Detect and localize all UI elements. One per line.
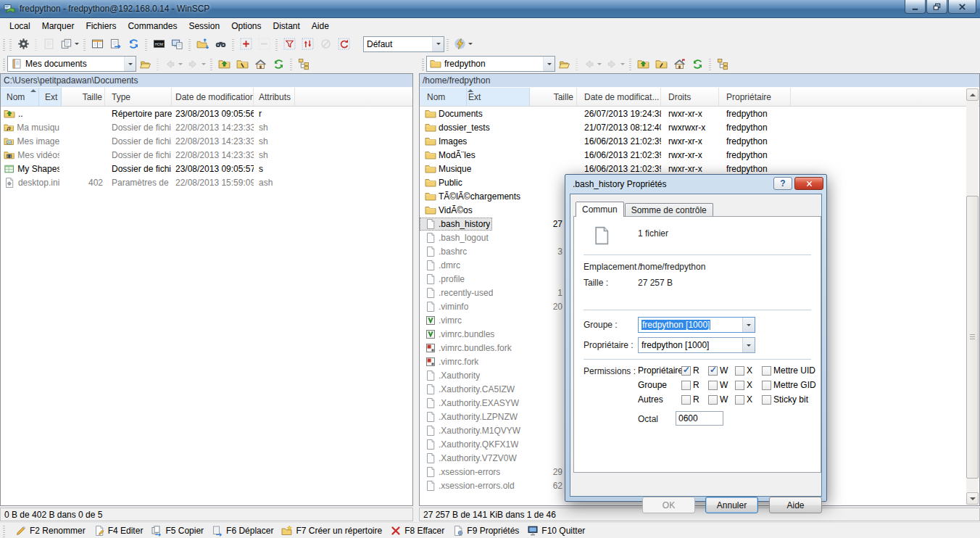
column-header[interactable]: Date de modification <box>172 88 254 106</box>
dossier_tests[interactable]: dossier_tests 21/07/2013 08:12:40 rwxrwx… <box>420 120 967 134</box>
menu-item[interactable]: Commandes <box>122 20 183 33</box>
column-header[interactable]: Propriétaire <box>719 88 791 106</box>
perm-special-checkbox[interactable] <box>762 395 771 405</box>
column-header[interactable]: Type <box>105 88 172 106</box>
remote-path-bar[interactable]: /home/fredpython <box>420 74 979 88</box>
menu-item[interactable]: Marquer <box>36 20 80 33</box>
remote-directory-select[interactable]: fredpython <box>426 56 555 72</box>
scroll-up-button[interactable] <box>966 88 979 101</box>
restore-button[interactable] <box>926 0 947 14</box>
perm-exec-checkbox[interactable] <box>735 381 744 390</box>
f8-delete-button[interactable]: F8 Effacer <box>390 525 444 537</box>
octal-input[interactable] <box>676 411 723 426</box>
f6-move-button[interactable]: F6 Déplacer <box>212 525 273 537</box>
menu-item[interactable]: Fichiers <box>80 20 122 33</box>
minimize-button[interactable] <box>905 0 926 14</box>
local-drive-select[interactable]: Mes documents <box>7 56 136 72</box>
clear-filter-button[interactable] <box>317 36 335 53</box>
duplicate-session-button[interactable] <box>58 36 81 53</box>
Images[interactable]: Images 16/06/2013 21:02:39 rwxr-xr-x fre… <box>420 134 967 148</box>
preferences-button[interactable] <box>14 36 33 53</box>
back-button[interactable] <box>581 55 604 73</box>
column-header[interactable]: Ext <box>467 88 530 106</box>
f5-copy-button[interactable]: F5 Copier <box>151 525 204 537</box>
sync-browsing-button[interactable] <box>299 36 317 53</box>
column-header[interactable]: Taille <box>530 88 577 106</box>
scroll-down-button[interactable] <box>966 492 979 505</box>
column-header[interactable]: Droits <box>661 88 719 106</box>
back-button[interactable] <box>162 55 185 73</box>
perm-write-checkbox[interactable] <box>708 395 718 405</box>
filter-button[interactable] <box>281 36 299 53</box>
console-button[interactable] <box>150 36 168 53</box>
close-button[interactable] <box>948 0 976 14</box>
column-header[interactable]: Ext <box>39 88 62 106</box>
select-files-button[interactable] <box>237 36 255 53</box>
column-header[interactable]: Taille <box>62 88 105 106</box>
chevron-down-icon[interactable] <box>742 318 755 332</box>
tree-button[interactable] <box>295 55 313 73</box>
My Shapes[interactable]: My Shapes Dossier de fichi... 23/08/2013… <box>1 162 412 175</box>
Mes images[interactable]: Mes images Dossier de fichi... 22/08/201… <box>1 134 412 148</box>
menu-item[interactable]: Aide <box>306 20 335 33</box>
find-files-button[interactable] <box>212 36 230 53</box>
perm-special-checkbox[interactable] <box>762 381 771 390</box>
vertical-scrollbar[interactable] <box>966 88 979 505</box>
forward-button[interactable] <box>185 55 208 73</box>
f2-rename-button[interactable]: F2 Renommer <box>15 525 86 537</box>
revert-selection-button[interactable] <box>335 36 353 53</box>
home-directory-button[interactable] <box>252 55 270 73</box>
root-directory-button[interactable] <box>233 55 252 73</box>
open-directory-button[interactable] <box>555 55 573 73</box>
f4-edit-button[interactable]: F4 Editer <box>94 525 144 537</box>
column-header[interactable]: Nom <box>420 88 467 106</box>
f10-quit-button[interactable]: F10 Quitter <box>527 525 585 537</box>
column-header[interactable]: Date de modificat... <box>577 88 661 106</box>
perm-write-checkbox[interactable] <box>708 381 718 390</box>
perm-read-checkbox[interactable] <box>681 395 691 405</box>
desktop.ini[interactable]: desktop.ini 402 Paramètres de ... 22/08/… <box>1 175 412 189</box>
transfer-settings-button[interactable] <box>107 36 125 53</box>
session-profile-select[interactable]: Défaut <box>363 36 444 52</box>
perm-read-checkbox[interactable] <box>681 366 691 376</box>
..[interactable]: .. Répertoire pare... 23/08/2013 09:05:5… <box>1 107 412 120</box>
local-path-bar[interactable]: C:\Users\petitpadawan\Documents <box>1 74 412 88</box>
column-header[interactable]: Attributs <box>254 88 295 106</box>
parent-directory-button[interactable] <box>215 55 233 73</box>
menu-item[interactable]: Local <box>4 20 36 33</box>
toolbar-grip[interactable] <box>3 38 5 51</box>
chevron-down-icon[interactable] <box>742 338 755 352</box>
session-log-button[interactable] <box>40 36 58 53</box>
menu-item[interactable]: Distant <box>267 20 305 33</box>
refresh-button[interactable] <box>125 36 143 53</box>
synchronize-button[interactable] <box>194 36 212 53</box>
owner-select[interactable]: fredpython [1000] <box>638 337 755 353</box>
menu-item[interactable]: Options <box>225 20 267 33</box>
perm-special-checkbox[interactable] <box>762 366 771 376</box>
dialog-tab[interactable]: Somme de contrôle <box>625 203 713 217</box>
Documents[interactable]: Documents 26/07/2013 19:24:38 rwxr-xr-x … <box>420 107 967 120</box>
chevron-down-icon[interactable] <box>432 37 444 51</box>
tree-button[interactable] <box>714 55 732 73</box>
commander-panes-button[interactable] <box>88 36 107 53</box>
chevron-down-icon[interactable] <box>543 57 555 71</box>
open-directory-button[interactable] <box>136 55 154 73</box>
group-select[interactable]: fredpython [1000] <box>638 317 755 333</box>
perm-write-checkbox[interactable] <box>708 366 718 376</box>
ModÃ¨les[interactable]: ModÃ¨les 16/06/2013 21:02:39 rwxr-xr-x f… <box>420 148 967 162</box>
connection-speed-button[interactable] <box>452 36 475 53</box>
scrollbar-thumb[interactable] <box>966 196 979 479</box>
unselect-files-button[interactable] <box>255 36 273 53</box>
refresh-panel-button[interactable] <box>689 55 707 73</box>
ok-button[interactable]: OK <box>642 497 695 513</box>
forward-button[interactable] <box>604 55 627 73</box>
chevron-down-icon[interactable] <box>124 57 136 71</box>
help-button[interactable]: Aide <box>769 497 822 513</box>
dialog-title-bar[interactable]: .bash_history Propriétés ? <box>565 175 826 194</box>
Ma musique[interactable]: Ma musique Dossier de fichi... 22/08/201… <box>1 120 412 134</box>
perm-read-checkbox[interactable] <box>681 381 691 390</box>
new-session-button[interactable] <box>168 36 186 53</box>
dialog-help-button[interactable]: ? <box>773 177 792 190</box>
menu-item[interactable]: Session <box>183 20 225 33</box>
root-directory-button[interactable] <box>652 55 670 73</box>
